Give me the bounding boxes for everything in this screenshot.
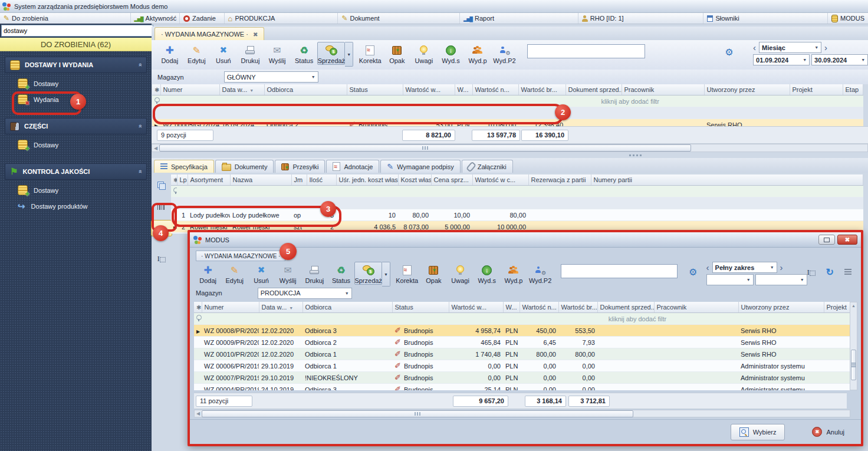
column-header[interactable]: Odbiorca	[303, 302, 392, 313]
column-header[interactable]: Utworzony przez	[704, 84, 790, 96]
next-period-icon[interactable]: ›	[823, 43, 828, 52]
sidebar-item-dostawy[interactable]: Dostawy	[18, 75, 152, 91]
barcode-button[interactable]	[154, 199, 169, 214]
wyslij-button[interactable]: Wyślij	[275, 262, 301, 285]
nav-group-czesci[interactable]: CZĘŚCI	[5, 118, 147, 134]
scroll-up-icon[interactable]: ▲	[850, 302, 857, 310]
menu-item-do-zrobienia[interactable]: Do zrobienia	[0, 13, 131, 24]
usun-button[interactable]: Usuń	[248, 262, 274, 285]
table-row[interactable]: WZ 00008/PR/2020 12.02.2020 Odbiorca 3 B…	[194, 325, 850, 337]
table-row[interactable]: WZ 00007/PR/2019 29.10.2019 !NIEOKREŚLON…	[194, 372, 850, 384]
date-from-select[interactable]: 01.09.2024	[753, 54, 810, 65]
previous-period-icon[interactable]: ‹	[752, 43, 757, 52]
collapse-chevron-icon[interactable]	[136, 124, 143, 128]
table-row[interactable]: WZ 00009/PR/2020 12.02.2020 Odbiorca 2 B…	[194, 337, 850, 348]
opak-button[interactable]: Opak	[420, 262, 447, 285]
drukuj-button[interactable]: Drukuj	[237, 42, 264, 65]
column-header[interactable]: Ilość	[307, 175, 336, 186]
previous-period-icon[interactable]: ‹	[705, 263, 711, 272]
close-tab-icon[interactable]	[253, 31, 258, 38]
filter-row[interactable]: kliknij aby dodać filtr	[194, 313, 850, 325]
rename-icon[interactable]	[807, 268, 816, 276]
grid-corner-icon[interactable]	[173, 176, 177, 183]
scroll-left-icon[interactable]: ◀	[195, 411, 202, 416]
column-header[interactable]: Rezerwacja z partii	[528, 175, 591, 186]
wyd-p2-button[interactable]: Wyd.P2	[491, 42, 518, 65]
sidebar-item-dostawy-produktow[interactable]: Dostawy produktów	[18, 198, 152, 214]
horizontal-scrollbar[interactable]: ◀	[194, 410, 850, 417]
close-button[interactable]	[837, 235, 857, 245]
menu-item-zadanie[interactable]: Zadanie	[180, 13, 225, 24]
column-header[interactable]: Data w...	[219, 84, 264, 96]
status-button[interactable]: Status	[291, 42, 318, 65]
column-header[interactable]: Odbiorca	[264, 84, 347, 96]
panel-splitter[interactable]	[152, 152, 868, 158]
column-header[interactable]: Jm	[291, 175, 307, 186]
menu-item-produkcja[interactable]: PRODUKCJA	[225, 13, 338, 24]
grid-corner-icon[interactable]	[196, 304, 201, 311]
wyd-p-button[interactable]: Wyd.p	[500, 262, 527, 285]
column-header[interactable]: Wartość n...	[472, 84, 518, 96]
tab-przesylki[interactable]: Przesyłki	[275, 160, 325, 173]
sidebar-item-kj-dostawy[interactable]: Dostawy	[18, 182, 152, 198]
edytuj-button[interactable]: Edytuj	[221, 262, 248, 285]
column-header[interactable]: Projekt	[790, 84, 843, 96]
column-header[interactable]: Projekt	[824, 302, 850, 313]
copy-layers-button[interactable]	[154, 177, 169, 193]
column-header[interactable]: Status	[347, 84, 403, 96]
filter-row[interactable]: kliknij aby dodać filtr	[152, 96, 863, 107]
column-header[interactable]: Numer	[160, 84, 219, 96]
korekta-button[interactable]: Korekta	[394, 262, 420, 285]
tab-adnotacje[interactable]: Adnotacje	[326, 160, 379, 173]
scrollbar-thumb[interactable]	[202, 410, 633, 417]
wyd-s-button[interactable]: Wyd.s	[474, 262, 500, 285]
filter-row[interactable]	[171, 186, 863, 197]
column-header[interactable]: Etap	[843, 84, 863, 96]
todo-header[interactable]: DO ZROBIENIA (62)	[0, 38, 152, 51]
sprzedaz-dropdown-button[interactable]	[345, 42, 353, 67]
column-header[interactable]: Dokument sprzed...	[597, 302, 654, 313]
column-header[interactable]: Wartość br...	[558, 302, 597, 313]
column-header[interactable]: Lp	[177, 175, 188, 186]
scrollbar-thumb[interactable]	[159, 144, 691, 152]
table-row[interactable]: 1 Lody pudełkowe Lody pudełkowe op 8 10 …	[171, 209, 863, 221]
column-header[interactable]: Wartość w...	[403, 84, 455, 96]
sprzedaz-button[interactable]: Sprzedaż	[317, 42, 345, 65]
sidebar-item-czesci-dostawy[interactable]: Dostawy	[18, 137, 152, 153]
column-header[interactable]: Wartość w c...	[472, 175, 528, 186]
table-row[interactable]: WZ 00004/PR/2019 24.10.2019 Odbiorca 3 B…	[194, 384, 850, 391]
next-period-icon[interactable]: ›	[779, 263, 784, 272]
column-header[interactable]: Utworzony przez	[738, 302, 824, 313]
dialog-view-caption[interactable]: · WYDANIA MAGAZYNOWE ·	[196, 251, 285, 261]
magazyn-select[interactable]: GŁÓWNY	[224, 71, 318, 83]
anuluj-button[interactable]: Anuluj	[812, 427, 844, 437]
sidebar-search-input[interactable]	[1, 25, 153, 37]
column-header[interactable]: Dokument sprzed...	[565, 84, 622, 96]
nav-group-dostawy-i-wydania[interactable]: DOSTAWY I WYDANIA	[5, 57, 147, 73]
dodaj-button[interactable]: Dodaj	[156, 42, 183, 65]
status-button[interactable]: Status	[328, 262, 354, 285]
tab-zalaczniki[interactable]: Załączniki	[462, 160, 513, 173]
wyd-p2-button[interactable]: Wyd.P2	[527, 262, 554, 285]
opak-button[interactable]: Opak	[384, 42, 411, 65]
magazyn-select[interactable]: PRODUKCJA	[258, 288, 352, 299]
table-row[interactable]: WZ 00005/GL/2024 16.09.2024 Odbiorca 2 B…	[152, 119, 863, 127]
column-header[interactable]: Status	[392, 302, 449, 313]
gear-icon[interactable]	[686, 265, 701, 278]
collapse-chevron-icon[interactable]	[136, 170, 143, 173]
tab-dokumenty[interactable]: Dokumenty	[215, 160, 274, 173]
edytuj-button[interactable]: Edytuj	[183, 42, 211, 65]
menu-item-slowniki[interactable]: Słowniki	[703, 13, 828, 24]
column-header[interactable]: Pracownik	[654, 302, 738, 313]
sprzedaz-dropdown-button[interactable]	[382, 262, 390, 287]
filter-select-2[interactable]	[755, 274, 807, 285]
period-mode-select[interactable]: Pełny zakres	[712, 262, 777, 273]
menu-item-modus[interactable]: MODUS	[828, 13, 868, 24]
sprzedaz-button[interactable]: Sprzedaż	[354, 262, 382, 285]
wyd-p-button[interactable]: Wyd.p	[464, 42, 491, 65]
column-header[interactable]: Wartość w...	[449, 302, 503, 313]
column-header[interactable]: Koszt własny...	[398, 175, 431, 186]
vertical-scrollbar[interactable]: ▲	[850, 302, 857, 390]
column-header[interactable]: Numery partii	[591, 175, 863, 186]
scroll-left-icon[interactable]: ◀	[152, 146, 159, 151]
